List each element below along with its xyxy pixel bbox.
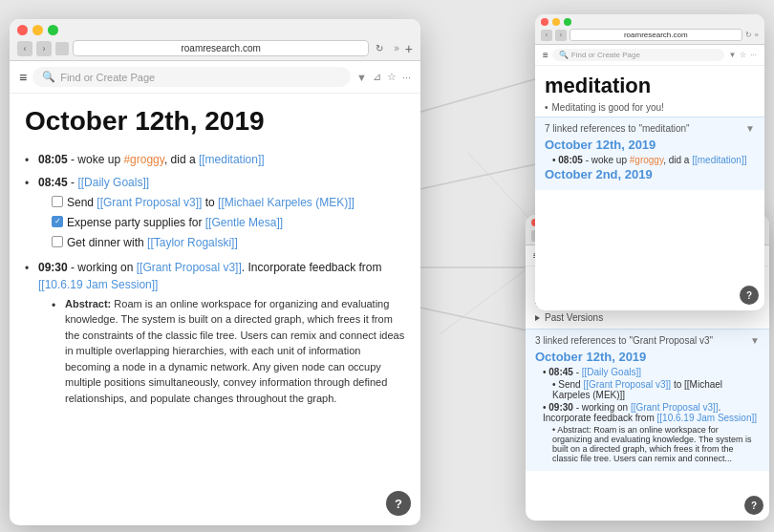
med-close-button[interactable] bbox=[541, 18, 548, 26]
star-icon[interactable]: ☆ bbox=[387, 71, 397, 83]
meditation-browser-chrome: ‹ › roamresearch.com ↻ » bbox=[535, 14, 764, 45]
minimize-button[interactable] bbox=[32, 25, 43, 35]
checkbox-item: Send [[Grant Proposal v3]] to [[Michael … bbox=[52, 194, 405, 211]
tag-groggy[interactable]: #groggy bbox=[123, 153, 163, 166]
meditation-page-title: meditation bbox=[535, 66, 764, 102]
abstract-block: • Abstract: Roam is an online workspace … bbox=[38, 296, 405, 407]
link-meditation[interactable]: [[meditation]] bbox=[199, 153, 265, 166]
med-search-icon: 🔍 bbox=[559, 51, 569, 59]
checkbox-item: Expense party supplies for [[Gentle Mesa… bbox=[52, 214, 405, 231]
meditation-toolbar: ≡ 🔍 Find or Create Page ▼ ☆ ··· bbox=[535, 45, 764, 66]
linked-refs-filter[interactable]: ▼ bbox=[745, 123, 755, 134]
bullet-content: 08:45 - [[Daily Goals]] Send [[Grant Pro… bbox=[38, 174, 405, 254]
meditation-help-button[interactable]: ? bbox=[740, 286, 759, 305]
med-menu-icon[interactable]: ≡ bbox=[543, 50, 548, 60]
main-content: October 12th, 2019 • 08:05 - woke up #gr… bbox=[10, 94, 420, 525]
grant-ref-date-1[interactable]: October 12th, 2019 bbox=[535, 350, 760, 364]
link-grant-proposal-2[interactable]: [[Grant Proposal v3]] bbox=[137, 261, 242, 274]
checkbox-label: Send [[Grant Proposal v3]] to [[Michael … bbox=[67, 194, 355, 211]
meditation-content: meditation • Meditating is good for you!… bbox=[535, 66, 764, 310]
ref-item-1: • 08:05 - woke up #groggy, did a [[medit… bbox=[545, 155, 755, 165]
address-bar-row: ‹ › roamresearch.com ↻ » + bbox=[17, 40, 413, 56]
med-filter-icon[interactable]: ▼ bbox=[728, 51, 736, 59]
checkbox-item: Get dinner with [[Taylor Rogalski]] bbox=[52, 234, 405, 251]
list-item: • 08:45 - [[Daily Goals]] Send [[Grant P… bbox=[25, 174, 405, 254]
close-button[interactable] bbox=[17, 25, 28, 35]
tab-icon bbox=[55, 42, 69, 55]
search-placeholder: Find or Create Page bbox=[60, 72, 155, 83]
main-window: ‹ › roamresearch.com ↻ » + ≡ 🔍 Find or C… bbox=[10, 19, 420, 525]
link-gentle-mesa[interactable]: [[Gentle Mesa]] bbox=[205, 216, 283, 229]
filter-icon[interactable]: ▼ bbox=[356, 72, 367, 83]
main-browser-chrome: ‹ › roamresearch.com ↻ » + bbox=[10, 19, 420, 61]
nested-list: • Abstract: Roam is an online workspace … bbox=[52, 296, 405, 407]
grant-linked-refs-count: 3 linked references to "Grant Proposal v… bbox=[535, 335, 713, 346]
bullet-list: • 08:05 - woke up #groggy, did a [[medit… bbox=[25, 151, 405, 412]
main-toolbar: ≡ 🔍 Find or Create Page ▼ ⊿ ☆ ··· bbox=[10, 61, 420, 94]
grant-linked-refs: 3 linked references to "Grant Proposal v… bbox=[526, 329, 769, 471]
med-back-button[interactable]: ‹ bbox=[541, 30, 552, 41]
meditation-window: ‹ › roamresearch.com ↻ » ≡ 🔍 Find or Cre… bbox=[535, 14, 764, 310]
list-item: • 08:05 - woke up #groggy, did a [[medit… bbox=[25, 151, 405, 169]
link-michael[interactable]: [[Michael Karpeles (MEK)]] bbox=[218, 196, 355, 209]
grant-ref-item-1: • 08:45 - [[Daily Goals]] bbox=[535, 367, 760, 377]
forward-button[interactable]: › bbox=[36, 41, 52, 56]
help-button[interactable]: ? bbox=[386, 491, 411, 516]
fullscreen-button[interactable] bbox=[48, 25, 58, 35]
back-icon: ‹ bbox=[24, 44, 27, 53]
meditation-search[interactable]: 🔍 Find or Create Page bbox=[552, 49, 725, 61]
bullet-content: 08:05 - woke up #groggy, did a [[meditat… bbox=[38, 151, 405, 169]
svg-line-0 bbox=[411, 76, 545, 115]
list-item: • Abstract: Roam is an online workspace … bbox=[52, 296, 405, 407]
checkbox-label: Expense party supplies for [[Gentle Mesa… bbox=[67, 214, 283, 231]
checkbox-unchecked-2[interactable] bbox=[52, 236, 63, 247]
link-grant-proposal[interactable]: [[Grant Proposal v3]] bbox=[97, 196, 202, 209]
link-jam-session[interactable]: [[10.6.19 Jam Session]] bbox=[38, 278, 158, 291]
link-daily-goals[interactable]: [[Daily Goals]] bbox=[77, 176, 149, 189]
abstract-text: Abstract: Roam is an online workspace fo… bbox=[65, 296, 405, 407]
meditation-subtitle: • Meditating is good for you! bbox=[535, 102, 764, 117]
bullet-dot: • bbox=[52, 296, 65, 407]
bullet-dot: • bbox=[25, 174, 38, 254]
page-title: October 12th, 2019 bbox=[25, 105, 405, 138]
med-minimize-button[interactable] bbox=[552, 18, 560, 26]
search-bar[interactable]: 🔍 Find or Create Page bbox=[32, 67, 351, 87]
abstract-label: Abstract: bbox=[65, 298, 111, 309]
ref-date-1[interactable]: October 12th, 2019 bbox=[545, 138, 755, 152]
menu-icon[interactable]: ≡ bbox=[19, 70, 27, 85]
bullet-dot: • bbox=[25, 151, 38, 169]
traffic-lights bbox=[17, 25, 413, 35]
grant-linked-refs-filter[interactable]: ▼ bbox=[750, 335, 760, 346]
med-toolbar-actions: ▼ ☆ ··· bbox=[728, 51, 757, 59]
list-item: • 09:30 - working on [[Grant Proposal v3… bbox=[25, 259, 405, 412]
meditation-address-bar[interactable]: roamresearch.com bbox=[570, 29, 742, 41]
linked-refs-header: 7 linked references to "meditation" ▼ bbox=[545, 123, 755, 134]
grant-linked-refs-header: 3 linked references to "Grant Proposal v… bbox=[535, 335, 760, 346]
grant-ref-item-4: • Abstract: Roam is an online workspace … bbox=[535, 425, 760, 463]
forward-icon: › bbox=[43, 44, 46, 53]
meditation-addr-row: ‹ › roamresearch.com ↻ » bbox=[541, 29, 759, 41]
checkbox-unchecked[interactable] bbox=[52, 196, 63, 207]
svg-line-1 bbox=[411, 162, 545, 191]
checkbox-checked[interactable] bbox=[52, 216, 63, 227]
grant-help-button[interactable]: ? bbox=[744, 496, 763, 515]
med-fullscreen-button[interactable] bbox=[564, 18, 571, 26]
ref-date-2[interactable]: October 2nd, 2019 bbox=[545, 167, 755, 181]
link-taylor[interactable]: [[Taylor Rogalski]] bbox=[147, 236, 238, 249]
back-button[interactable]: ‹ bbox=[17, 41, 32, 56]
svg-line-3 bbox=[411, 306, 545, 334]
new-tab-button[interactable]: + bbox=[405, 41, 413, 56]
checkbox-label: Get dinner with [[Taylor Rogalski]] bbox=[67, 234, 238, 251]
toolbar-actions: ▼ ⊿ ☆ ··· bbox=[356, 71, 411, 83]
grant-ref-item-3: • 09:30 - working on [[Grant Proposal v3… bbox=[535, 402, 760, 423]
med-search-placeholder: Find or Create Page bbox=[571, 51, 640, 59]
reload-button[interactable]: ↻ bbox=[373, 43, 386, 53]
address-bar[interactable]: roamresearch.com bbox=[73, 40, 369, 56]
med-forward-button[interactable]: › bbox=[555, 30, 567, 41]
funnel-icon[interactable]: ⊿ bbox=[373, 71, 381, 83]
more-icon[interactable]: ··· bbox=[402, 72, 411, 83]
grant-ref-item-2: • Send [[Grant Proposal v3]] to [[Michae… bbox=[535, 379, 760, 400]
med-more-icon[interactable]: ··· bbox=[750, 51, 757, 59]
med-star-icon[interactable]: ☆ bbox=[740, 51, 746, 59]
chevron-right-icon bbox=[535, 315, 540, 321]
